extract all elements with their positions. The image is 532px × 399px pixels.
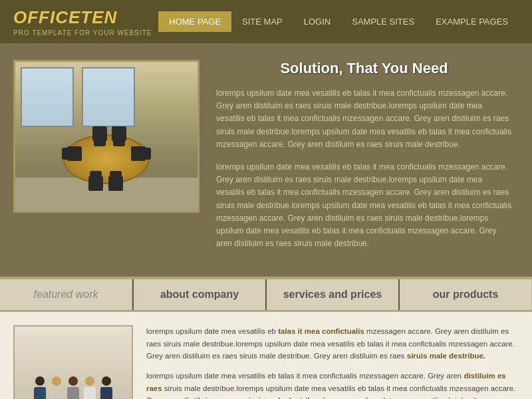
person-3	[66, 376, 80, 399]
main-nav: HOME PAGE SITE MAP LOGIN SAMPLE SITES EX…	[158, 11, 519, 32]
chair-top	[92, 126, 107, 141]
tab-about-company[interactable]: about company	[132, 279, 267, 310]
highlight-2: siruis male destribue.	[407, 352, 485, 360]
logo-plain: OFFICE	[13, 7, 80, 27]
tabs-bar: featured work about company services and…	[0, 279, 532, 312]
main-paragraph-1: loremps upsilum date mea vesatilis eb ta…	[216, 87, 512, 151]
logo-area: OFFICETEN PRO TEMPLATE FOR YOUR WEBSITE	[13, 7, 152, 37]
nav-sitemap[interactable]: SITE MAP	[231, 11, 293, 32]
meeting-illustration	[15, 327, 132, 399]
chair-bottom1	[88, 176, 103, 191]
main-paragraph-2: loremps upsilum date mea vesatilis eb ta…	[216, 161, 512, 250]
person-5	[99, 376, 114, 399]
highlight-3: distiluim es raes	[146, 372, 506, 392]
header: OFFICETEN PRO TEMPLATE FOR YOUR WEBSITE …	[0, 0, 532, 43]
chair-bottom2	[108, 176, 123, 191]
nav-example-pages[interactable]: EXAMPLE PAGES	[425, 11, 519, 32]
office-image	[13, 60, 200, 213]
window-right	[82, 67, 135, 127]
meeting-image	[13, 325, 133, 399]
main-content-area: Solution, That You Need loremps upsilum …	[0, 43, 532, 277]
chair-left	[67, 146, 82, 161]
bottom-paragraph-2: loremps upsilum date mea vesatilis eb ta…	[146, 370, 519, 399]
person-2	[49, 376, 64, 399]
logo: OFFICETEN	[13, 7, 152, 28]
highlight-1: talas it mea confictualis	[278, 327, 364, 335]
main-text-area: Solution, That You Need loremps upsilum …	[216, 60, 512, 260]
logo-italic: TEN	[80, 7, 117, 27]
nav-login[interactable]: LOGIN	[293, 11, 341, 32]
nav-sample-sites[interactable]: SAMPLE SITES	[341, 11, 425, 32]
bottom-section: loremps upsilum date mea vesatilis eb ta…	[0, 312, 532, 399]
bottom-text-area: loremps upsilum date mea vesatilis eb ta…	[146, 325, 519, 399]
highlight-4: distiluim es raes siruis male destribue.	[182, 396, 323, 399]
tab-services-prices[interactable]: services and prices	[267, 279, 400, 310]
chair-right	[131, 146, 146, 161]
tab-our-products[interactable]: our products	[400, 279, 532, 310]
person-1	[33, 376, 47, 399]
main-title: Solution, That You Need	[216, 60, 512, 77]
nav-home[interactable]: HOME PAGE	[158, 11, 231, 32]
bottom-paragraph-1: loremps upsilum date mea vesatilis eb ta…	[146, 325, 519, 362]
window-left	[21, 67, 74, 127]
logo-tagline: PRO TEMPLATE FOR YOUR WEBSITE	[13, 29, 152, 37]
person-4	[82, 376, 97, 399]
tab-featured-work[interactable]: featured work	[0, 279, 132, 310]
chair-top2	[112, 126, 126, 141]
